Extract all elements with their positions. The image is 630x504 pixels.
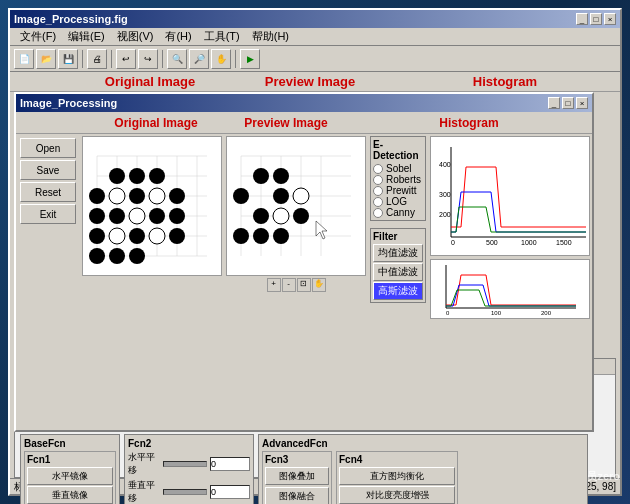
canny-radio-circle[interactable]	[373, 208, 383, 218]
v-shift-slider[interactable]	[163, 489, 207, 495]
fcn2-box: Fcn2 水平平移 垂直平移 图像缩放	[124, 434, 254, 504]
save-button[interactable]: Save	[20, 160, 76, 180]
advanced-fcn-inner: Fcn3 图像叠加 图像融合 Fcn4 直方图均衡化 对比度亮度增强 对比度暗增…	[262, 451, 584, 504]
log-radio[interactable]: LOG	[373, 196, 423, 207]
preview-image-svg	[231, 146, 361, 266]
menu-you[interactable]: 有(H)	[159, 28, 197, 45]
svg-point-28	[129, 228, 145, 244]
mean-filter-btn[interactable]: 均值滤波	[373, 244, 423, 262]
contrast-bright-btn[interactable]: 对比度亮度增强	[339, 486, 455, 504]
toolbar-zoom-in[interactable]: 🔍	[167, 49, 187, 69]
svg-point-48	[273, 188, 289, 204]
toolbar-undo[interactable]: ↩	[116, 49, 136, 69]
roberts-label: Roberts	[386, 174, 421, 185]
toolbar-save[interactable]: 💾	[58, 49, 78, 69]
toolbar-print[interactable]: 🖨	[87, 49, 107, 69]
svg-text:300: 300	[439, 191, 451, 198]
toolbar-redo[interactable]: ↪	[138, 49, 158, 69]
v-shift-input[interactable]	[210, 485, 250, 499]
exit-button[interactable]: Exit	[20, 204, 76, 224]
image-fusion-btn[interactable]: 图像融合	[265, 487, 329, 504]
reset-button[interactable]: Reset	[20, 182, 76, 202]
outer-title-text: Image_Processing.fig	[14, 13, 128, 25]
svg-point-20	[169, 188, 185, 204]
fcn4-title: Fcn4	[339, 454, 455, 465]
toolbar-run[interactable]: ▶	[240, 49, 260, 69]
menu-view[interactable]: 视图(V)	[111, 28, 160, 45]
gaussian-filter-btn[interactable]: 高斯滤波	[373, 282, 423, 300]
toolbar-pan[interactable]: ✋	[211, 49, 231, 69]
matlab-figure-window: Image_Processing.fig _ □ × 文件(F) 编辑(E) 视…	[8, 8, 622, 496]
preview-image-area	[226, 136, 366, 276]
menu-file[interactable]: 文件(F)	[14, 28, 62, 45]
histogram-small-svg: 0 100 200	[431, 260, 581, 318]
preview-image-panel: + - ⊡ ✋	[226, 136, 366, 428]
toolbar-sep-3	[162, 50, 163, 68]
median-filter-btn[interactable]: 中值滤波	[373, 263, 423, 281]
toolbar: 📄 📂 💾 🖨 ↩ ↪ 🔍 🔎 ✋ ▶	[10, 46, 620, 72]
svg-point-50	[253, 208, 269, 224]
preview-zoom-in[interactable]: +	[267, 278, 281, 292]
log-radio-circle[interactable]	[373, 197, 383, 207]
svg-rect-67	[431, 260, 581, 318]
e-detection-group: E-Detection Sobel Roberts	[370, 136, 426, 221]
hist-equalize-btn[interactable]: 直方图均衡化	[339, 467, 455, 485]
prewitt-radio-circle[interactable]	[373, 186, 383, 196]
menu-tools[interactable]: 工具(T)	[198, 28, 246, 45]
toolbar-zoom-out[interactable]: 🔎	[189, 49, 209, 69]
original-image-area	[82, 136, 222, 276]
image-overlay-btn[interactable]: 图像叠加	[265, 467, 329, 485]
svg-point-23	[129, 208, 145, 224]
histogram-small-panel: 0 100 200	[430, 259, 590, 319]
svg-text:1000: 1000	[521, 239, 537, 246]
filter-group: Filter 均值滤波 中值滤波 高斯滤波	[370, 228, 426, 303]
image-and-controls: + - ⊡ ✋	[80, 134, 592, 430]
vertical-mirror-btn[interactable]: 垂直镜像	[27, 486, 113, 504]
svg-point-55	[273, 228, 289, 244]
fcn1-box: Fcn1 水平镜像 垂直镜像 灰度	[24, 451, 116, 504]
svg-point-49	[293, 188, 309, 204]
preview-zoom-out[interactable]: -	[282, 278, 296, 292]
preview-toolbar: + - ⊡ ✋	[267, 278, 326, 292]
sobel-radio[interactable]: Sobel	[373, 163, 423, 174]
h-shift-input[interactable]	[210, 457, 250, 471]
inner-col-preview: Preview Image	[226, 116, 346, 130]
svg-point-54	[253, 228, 269, 244]
outer-col-preview: Preview Image	[230, 74, 390, 89]
toolbar-open[interactable]: 📂	[36, 49, 56, 69]
open-button[interactable]: Open	[20, 138, 76, 158]
svg-point-32	[109, 248, 125, 264]
histogram-area: 0 500 1000 1500 400 300 200	[430, 136, 590, 256]
roberts-radio-circle[interactable]	[373, 175, 383, 185]
h-shift-slider[interactable]	[163, 461, 207, 467]
inner-maximize-button[interactable]: □	[562, 97, 574, 109]
fcn1-title: Fcn1	[27, 454, 113, 465]
roberts-radio[interactable]: Roberts	[373, 174, 423, 185]
minimize-button[interactable]: _	[576, 13, 588, 25]
maximize-button[interactable]: □	[590, 13, 602, 25]
svg-text:400: 400	[439, 161, 451, 168]
svg-text:1500: 1500	[556, 239, 572, 246]
prewitt-radio[interactable]: Prewitt	[373, 185, 423, 196]
inner-close-button[interactable]: ×	[576, 97, 588, 109]
fcn3-box: Fcn3 图像叠加 图像融合	[262, 451, 332, 504]
menu-help[interactable]: 帮助(H)	[246, 28, 295, 45]
inner-col-headers: Original Image Preview Image Histogram	[16, 112, 592, 134]
svg-point-17	[109, 188, 125, 204]
svg-point-24	[149, 208, 165, 224]
close-button[interactable]: ×	[604, 13, 616, 25]
h-shift-label: 水平平移	[128, 451, 160, 477]
canny-radio[interactable]: Canny	[373, 207, 423, 218]
svg-point-21	[89, 208, 105, 224]
menu-edit[interactable]: 编辑(E)	[62, 28, 111, 45]
toolbar-new[interactable]: 📄	[14, 49, 34, 69]
preview-pan[interactable]: ✋	[312, 278, 326, 292]
sobel-radio-circle[interactable]	[373, 164, 383, 174]
log-label: LOG	[386, 196, 407, 207]
svg-point-33	[129, 248, 145, 264]
canny-label: Canny	[386, 207, 415, 218]
inner-minimize-button[interactable]: _	[548, 97, 560, 109]
svg-text:200: 200	[541, 310, 552, 316]
horizontal-mirror-btn[interactable]: 水平镜像	[27, 467, 113, 485]
preview-fit[interactable]: ⊡	[297, 278, 311, 292]
